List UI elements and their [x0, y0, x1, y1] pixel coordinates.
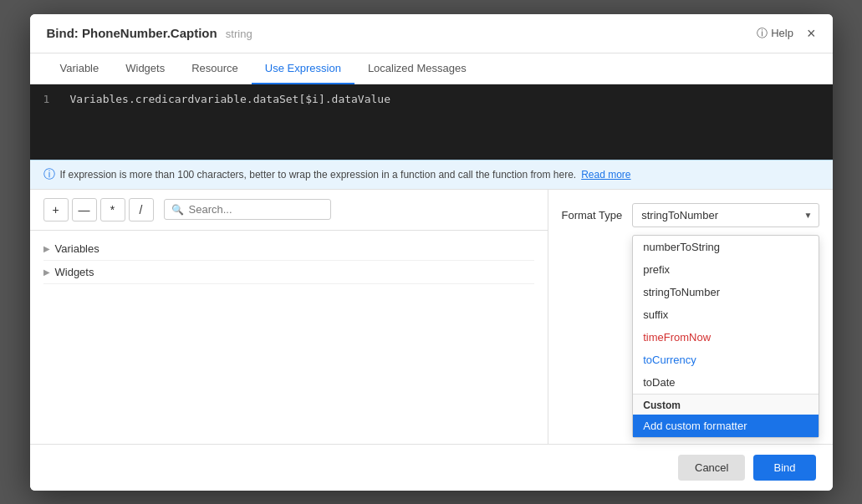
- search-input[interactable]: [189, 203, 324, 216]
- plus-button[interactable]: +: [43, 198, 69, 221]
- bind-button[interactable]: Bind: [753, 455, 815, 481]
- tree-label-variables: Variables: [55, 242, 99, 255]
- minus-button[interactable]: —: [72, 198, 97, 221]
- help-button[interactable]: ⓘ Help: [757, 26, 793, 41]
- tree-label-widgets: Widgets: [55, 266, 94, 278]
- dropdown-item-prefix[interactable]: prefix: [633, 258, 818, 281]
- tab-widgets[interactable]: Widgets: [112, 53, 178, 84]
- tree-area: ▶ Variables ▶ Widgets: [30, 231, 548, 444]
- dropdown-item-todate[interactable]: toDate: [633, 371, 818, 394]
- format-type-dropdown: numberToString prefix stringToNumber suf…: [632, 235, 819, 438]
- right-panel: Format Type stringToNumber ▼ numberToStr…: [548, 190, 833, 444]
- tab-variable[interactable]: Variable: [47, 53, 113, 84]
- tab-localized-messages[interactable]: Localized Messages: [354, 53, 480, 84]
- format-type-row: Format Type stringToNumber ▼ numberToStr…: [562, 203, 819, 227]
- tab-bar: Variable Widgets Resource Use Expression…: [30, 53, 833, 84]
- multiply-button[interactable]: *: [100, 198, 125, 221]
- dialog-title-text: Bind: PhoneNumber.Caption: [47, 26, 217, 40]
- operator-toolbar: + — * / 🔍: [30, 190, 548, 231]
- bind-dialog: Bind: PhoneNumber.Caption string ⓘ Help …: [30, 14, 833, 491]
- divide-button[interactable]: /: [129, 198, 154, 221]
- line-number: 1: [43, 93, 57, 105]
- dropdown-item-suffix[interactable]: suffix: [633, 303, 818, 326]
- chevron-right-icon: ▶: [43, 244, 50, 253]
- format-select-wrapper: stringToNumber ▼ numberToString prefix s…: [632, 203, 819, 227]
- help-icon: ⓘ: [757, 26, 768, 41]
- format-type-select[interactable]: stringToNumber: [632, 203, 819, 227]
- left-panel: + — * / 🔍 ▶ Variables ▶ Widgets: [30, 190, 548, 444]
- format-type-label: Format Type: [562, 209, 623, 221]
- dropdown-add-custom[interactable]: Add custom formatter: [633, 415, 818, 437]
- info-icon: ⓘ: [43, 167, 55, 182]
- tree-item-widgets[interactable]: ▶ Widgets: [43, 261, 534, 284]
- dropdown-item-stringtonumber[interactable]: stringToNumber: [633, 281, 818, 303]
- tree-item-variables[interactable]: ▶ Variables: [43, 237, 534, 261]
- tab-use-expression[interactable]: Use Expression: [252, 53, 354, 84]
- chevron-right-icon-2: ▶: [43, 267, 50, 277]
- tab-resource[interactable]: Resource: [178, 53, 252, 84]
- dropdown-custom-section: Custom: [633, 394, 818, 415]
- dialog-footer: Cancel Bind: [30, 444, 833, 491]
- dialog-header: Bind: PhoneNumber.Caption string ⓘ Help …: [30, 14, 833, 53]
- cancel-button[interactable]: Cancel: [678, 455, 745, 481]
- dropdown-item-timefromnow[interactable]: timeFromNow: [633, 326, 818, 349]
- search-icon: 🔍: [171, 204, 184, 216]
- info-message: If expression is more than 100 character…: [60, 169, 577, 181]
- read-more-link[interactable]: Read more: [581, 169, 630, 181]
- dropdown-item-numbertostring[interactable]: numberToString: [633, 236, 818, 258]
- dialog-title: Bind: PhoneNumber.Caption string: [47, 26, 757, 40]
- code-content: Variables.credicardvariable.dataSet[$i].…: [70, 93, 391, 105]
- close-button[interactable]: ×: [807, 26, 816, 41]
- code-editor[interactable]: 1 Variables.credicardvariable.dataSet[$i…: [30, 84, 833, 160]
- help-label: Help: [771, 27, 793, 39]
- content-area: + — * / 🔍 ▶ Variables ▶ Widgets: [30, 189, 833, 444]
- info-bar: ⓘ If expression is more than 100 charact…: [30, 160, 833, 189]
- search-box: 🔍: [164, 199, 331, 220]
- dropdown-item-tocurrency[interactable]: toCurrency: [633, 349, 818, 371]
- dialog-type-label: string: [226, 28, 252, 40]
